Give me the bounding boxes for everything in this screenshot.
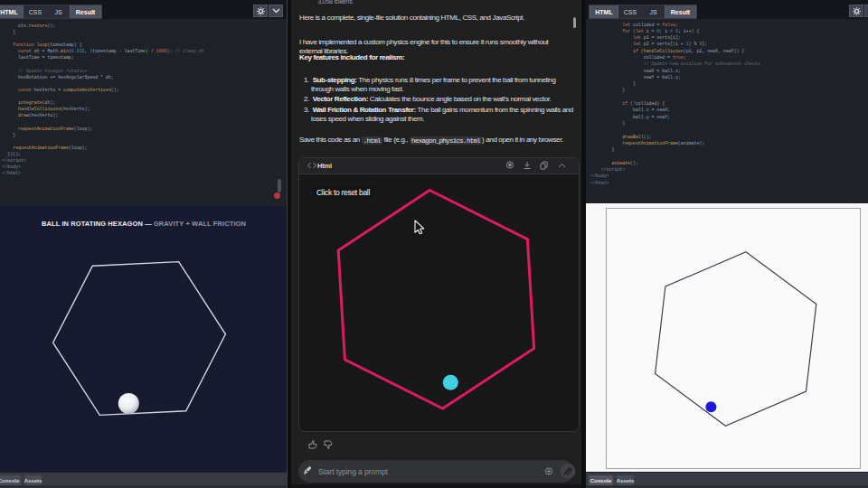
svg-text:Html: Html: [317, 162, 332, 170]
